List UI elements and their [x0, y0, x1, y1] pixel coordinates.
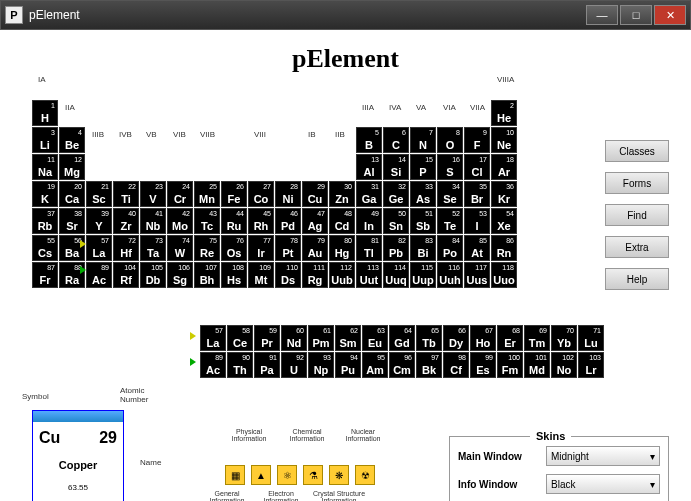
element-cell-Am[interactable]: 95Am [362, 352, 388, 378]
element-cell-Pa[interactable]: 91Pa [254, 352, 280, 378]
main-window-select[interactable]: Midnight▾ [546, 446, 660, 466]
element-cell-He[interactable]: 2He [491, 100, 517, 126]
info-icon-1[interactable]: ▲ [251, 465, 271, 485]
element-cell-Tm[interactable]: 69Tm [524, 325, 550, 351]
element-cell-W[interactable]: 74W [167, 235, 193, 261]
element-cell-Pu[interactable]: 94Pu [335, 352, 361, 378]
element-cell-Cs[interactable]: 55Cs [32, 235, 58, 261]
element-cell-Mt[interactable]: 109Mt [248, 262, 274, 288]
element-cell-Db[interactable]: 105Db [140, 262, 166, 288]
element-cell-Zn[interactable]: 30Zn [329, 181, 355, 207]
element-cell-Uut[interactable]: 113Uut [356, 262, 382, 288]
element-cell-Ce[interactable]: 58Ce [227, 325, 253, 351]
info-icon-5[interactable]: ☢ [355, 465, 375, 485]
element-cell-Uus[interactable]: 117Uus [464, 262, 490, 288]
element-cell-La[interactable]: 57La [86, 235, 112, 261]
element-cell-Os[interactable]: 76Os [221, 235, 247, 261]
element-cell-In[interactable]: 49In [356, 208, 382, 234]
element-cell-Ds[interactable]: 110Ds [275, 262, 301, 288]
find-button[interactable]: Find [605, 204, 669, 226]
element-cell-Uuq[interactable]: 114Uuq [383, 262, 409, 288]
element-cell-Sc[interactable]: 21Sc [86, 181, 112, 207]
element-cell-Ho[interactable]: 67Ho [470, 325, 496, 351]
element-cell-Tl[interactable]: 81Tl [356, 235, 382, 261]
element-cell-Ga[interactable]: 31Ga [356, 181, 382, 207]
titlebar[interactable]: P pElement — □ ✕ [0, 0, 691, 30]
element-cell-As[interactable]: 33As [410, 181, 436, 207]
element-cell-Tc[interactable]: 43Tc [194, 208, 220, 234]
element-cell-Bh[interactable]: 107Bh [194, 262, 220, 288]
element-cell-Pt[interactable]: 78Pt [275, 235, 301, 261]
element-cell-Fe[interactable]: 26Fe [221, 181, 247, 207]
element-cell-Be[interactable]: 4Be [59, 127, 85, 153]
element-cell-Si[interactable]: 14Si [383, 154, 409, 180]
element-cell-Ba[interactable]: 56Ba [59, 235, 85, 261]
element-cell-Lr[interactable]: 103Lr [578, 352, 604, 378]
element-cell-Ge[interactable]: 32Ge [383, 181, 409, 207]
extra-button[interactable]: Extra [605, 236, 669, 258]
info-icon-0[interactable]: ▦ [225, 465, 245, 485]
element-cell-Ac[interactable]: 89Ac [200, 352, 226, 378]
element-cell-H[interactable]: 1H [32, 100, 58, 126]
element-cell-K[interactable]: 19K [32, 181, 58, 207]
element-cell-Sg[interactable]: 106Sg [167, 262, 193, 288]
element-cell-Y[interactable]: 39Y [86, 208, 112, 234]
element-cell-Uup[interactable]: 115Uup [410, 262, 436, 288]
info-icon-2[interactable]: ⚛ [277, 465, 297, 485]
element-cell-Md[interactable]: 101Md [524, 352, 550, 378]
element-cell-Np[interactable]: 93Np [308, 352, 334, 378]
element-cell-Sn[interactable]: 50Sn [383, 208, 409, 234]
element-cell-Uuo[interactable]: 118Uuo [491, 262, 517, 288]
element-cell-Es[interactable]: 99Es [470, 352, 496, 378]
element-cell-Cl[interactable]: 17Cl [464, 154, 490, 180]
element-cell-F[interactable]: 9F [464, 127, 490, 153]
element-cell-B[interactable]: 5B [356, 127, 382, 153]
element-cell-Pd[interactable]: 46Pd [275, 208, 301, 234]
element-cell-Bk[interactable]: 97Bk [416, 352, 442, 378]
element-cell-Sb[interactable]: 51Sb [410, 208, 436, 234]
element-cell-Pr[interactable]: 59Pr [254, 325, 280, 351]
minimize-button[interactable]: — [586, 5, 618, 25]
element-cell-Cm[interactable]: 96Cm [389, 352, 415, 378]
info-icon-3[interactable]: ⚗ [303, 465, 323, 485]
element-cell-Hg[interactable]: 80Hg [329, 235, 355, 261]
element-cell-No[interactable]: 102No [551, 352, 577, 378]
element-cell-Lu[interactable]: 71Lu [578, 325, 604, 351]
element-cell-Bi[interactable]: 83Bi [410, 235, 436, 261]
element-cell-Re[interactable]: 75Re [194, 235, 220, 261]
element-cell-Rf[interactable]: 104Rf [113, 262, 139, 288]
element-cell-Rh[interactable]: 45Rh [248, 208, 274, 234]
element-cell-Hs[interactable]: 108Hs [221, 262, 247, 288]
element-cell-O[interactable]: 8O [437, 127, 463, 153]
element-cell-I[interactable]: 53I [464, 208, 490, 234]
element-cell-Mg[interactable]: 12Mg [59, 154, 85, 180]
classes-button[interactable]: Classes [605, 140, 669, 162]
element-cell-Ac[interactable]: 89Ac [86, 262, 112, 288]
element-cell-Cd[interactable]: 48Cd [329, 208, 355, 234]
element-cell-Pb[interactable]: 82Pb [383, 235, 409, 261]
element-cell-Mn[interactable]: 25Mn [194, 181, 220, 207]
element-cell-Ag[interactable]: 47Ag [302, 208, 328, 234]
element-cell-Al[interactable]: 13Al [356, 154, 382, 180]
element-cell-Li[interactable]: 3Li [32, 127, 58, 153]
element-cell-Rg[interactable]: 111Rg [302, 262, 328, 288]
element-cell-Cu[interactable]: 29Cu [302, 181, 328, 207]
element-cell-At[interactable]: 85At [464, 235, 490, 261]
element-cell-Cr[interactable]: 24Cr [167, 181, 193, 207]
element-cell-Rn[interactable]: 86Rn [491, 235, 517, 261]
close-button[interactable]: ✕ [654, 5, 686, 25]
element-cell-Cf[interactable]: 98Cf [443, 352, 469, 378]
element-cell-Sr[interactable]: 38Sr [59, 208, 85, 234]
element-cell-Nb[interactable]: 41Nb [140, 208, 166, 234]
element-cell-Ca[interactable]: 20Ca [59, 181, 85, 207]
element-cell-Kr[interactable]: 36Kr [491, 181, 517, 207]
element-cell-Tb[interactable]: 65Tb [416, 325, 442, 351]
element-cell-Eu[interactable]: 63Eu [362, 325, 388, 351]
element-cell-Ti[interactable]: 22Ti [113, 181, 139, 207]
element-cell-N[interactable]: 7N [410, 127, 436, 153]
element-cell-Fm[interactable]: 100Fm [497, 352, 523, 378]
element-cell-Yb[interactable]: 70Yb [551, 325, 577, 351]
element-cell-V[interactable]: 23V [140, 181, 166, 207]
info-window-select[interactable]: Black▾ [546, 474, 660, 494]
element-cell-Gd[interactable]: 64Gd [389, 325, 415, 351]
